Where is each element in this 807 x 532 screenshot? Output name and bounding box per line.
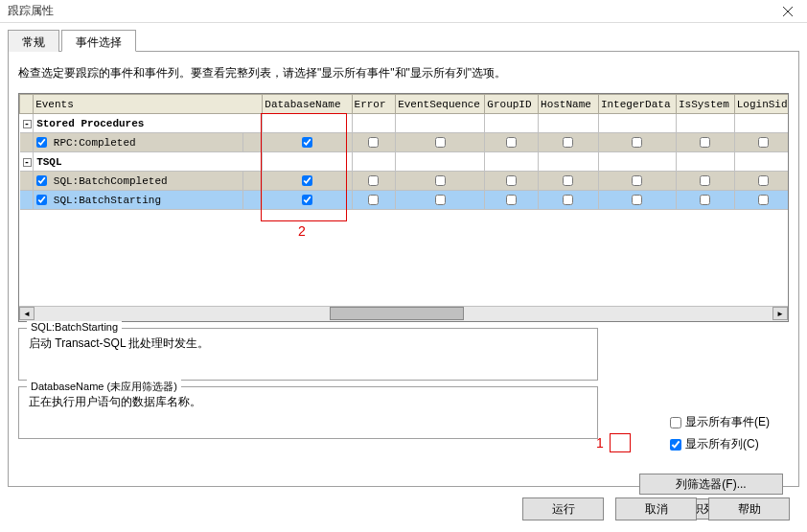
col-loginsid[interactable]: LoginSid xyxy=(734,95,789,114)
horizontal-scrollbar[interactable]: ◄ ► xyxy=(19,306,788,321)
row-checkbox[interactable] xyxy=(36,195,47,205)
cell-checkbox[interactable] xyxy=(563,137,573,148)
collapse-icon[interactable]: - xyxy=(23,120,32,128)
events-grid[interactable]: Events DatabaseName Error EventSequence … xyxy=(18,93,789,322)
cell-checkbox[interactable] xyxy=(700,137,710,148)
scroll-thumb[interactable] xyxy=(330,307,464,320)
group-stored-procedures[interactable]: - Stored Procedures xyxy=(20,114,790,133)
row-batch-completed[interactable]: SQL:BatchCompleted xyxy=(20,172,790,191)
cell-checkbox[interactable] xyxy=(632,195,642,205)
cell-checkbox[interactable] xyxy=(368,137,379,148)
show-all-cols-option[interactable]: 显示所有列(C) xyxy=(670,436,770,452)
help-button[interactable]: 帮助 xyxy=(708,497,790,520)
cell-checkbox[interactable] xyxy=(758,195,769,205)
show-all-events-option[interactable]: 显示所有事件(E) xyxy=(670,414,770,430)
tab-general[interactable]: 常规 xyxy=(8,30,59,52)
event-label: SQL:BatchCompleted xyxy=(54,175,168,187)
tab-panel: 检查选定要跟踪的事件和事件列。要查看完整列表，请选择"显示所有事件"和"显示所有… xyxy=(8,52,799,487)
cancel-button[interactable]: 取消 xyxy=(615,497,697,520)
event-label: SQL:BatchStarting xyxy=(54,195,161,206)
cell-checkbox[interactable] xyxy=(632,137,642,148)
col-integerdata[interactable]: IntegerData xyxy=(598,95,676,114)
group-label: TSQL xyxy=(34,152,263,172)
event-info-desc: 启动 Transact-SQL 批处理时发生。 xyxy=(29,335,588,353)
tab-strip: 常规 事件选择 xyxy=(8,29,799,52)
row-rpc-completed[interactable]: RPC:Completed xyxy=(20,133,790,152)
col-eventsequence[interactable]: EventSequence xyxy=(396,95,485,114)
annotation-label-2: 2 xyxy=(298,223,306,239)
cell-checkbox[interactable] xyxy=(302,175,312,186)
cell-checkbox[interactable] xyxy=(506,195,517,205)
cell-checkbox[interactable] xyxy=(758,175,769,186)
col-hostname[interactable]: HostName xyxy=(539,95,599,114)
show-options: 显示所有事件(E) 显示所有列(C) xyxy=(670,414,770,452)
show-all-events-checkbox[interactable] xyxy=(670,417,681,428)
cell-checkbox[interactable] xyxy=(368,195,379,205)
column-filter-button[interactable]: 列筛选器(F)... xyxy=(639,474,783,495)
group-tsql[interactable]: - TSQL xyxy=(20,152,790,172)
cell-checkbox[interactable] xyxy=(302,195,312,205)
scroll-left-button[interactable]: ◄ xyxy=(19,307,35,320)
close-button[interactable] xyxy=(769,0,807,23)
annotation-box-1 xyxy=(610,433,631,452)
row-checkbox[interactable] xyxy=(36,175,47,186)
cell-checkbox[interactable] xyxy=(435,195,446,205)
cell-checkbox[interactable] xyxy=(435,175,446,186)
cell-checkbox[interactable] xyxy=(563,195,573,205)
event-info-legend: SQL:BatchStarting xyxy=(27,321,122,333)
title-bar: 跟踪属性 xyxy=(0,0,807,23)
show-all-cols-checkbox[interactable] xyxy=(670,439,681,451)
col-events[interactable]: Events xyxy=(34,95,263,114)
row-batch-starting[interactable]: SQL:BatchStarting xyxy=(20,191,790,210)
event-label: RPC:Completed xyxy=(54,137,136,149)
column-info-desc: 正在执行用户语句的数据库名称。 xyxy=(29,393,588,411)
col-groupid[interactable]: GroupID xyxy=(485,95,539,114)
cell-checkbox[interactable] xyxy=(506,137,517,148)
close-icon xyxy=(783,7,793,16)
column-info-legend: DatabaseName (未应用筛选器) xyxy=(27,380,181,394)
run-button[interactable]: 运行 xyxy=(522,497,604,520)
group-label: Stored Procedures xyxy=(34,114,263,133)
cell-checkbox[interactable] xyxy=(506,175,517,186)
col-issystem[interactable]: IsSystem xyxy=(676,95,734,114)
col-error[interactable]: Error xyxy=(352,95,396,114)
cell-checkbox[interactable] xyxy=(368,175,379,186)
window-title: 跟踪属性 xyxy=(8,3,54,19)
cell-checkbox[interactable] xyxy=(302,137,312,148)
tab-events[interactable]: 事件选择 xyxy=(61,30,136,52)
cell-checkbox[interactable] xyxy=(700,175,710,186)
collapse-icon[interactable]: - xyxy=(23,158,32,167)
dialog-buttons: 运行 取消 帮助 xyxy=(522,497,790,520)
cell-checkbox[interactable] xyxy=(758,137,769,148)
row-checkbox[interactable] xyxy=(36,137,47,148)
scroll-right-button[interactable]: ► xyxy=(772,307,788,320)
event-info-box: SQL:BatchStarting 启动 Transact-SQL 批处理时发生… xyxy=(18,328,598,381)
instruction-text: 检查选定要跟踪的事件和事件列。要查看完整列表，请选择"显示所有事件"和"显示所有… xyxy=(18,65,789,81)
cell-checkbox[interactable] xyxy=(632,175,642,186)
col-expand[interactable] xyxy=(20,95,34,114)
cell-checkbox[interactable] xyxy=(435,137,446,148)
header-row: Events DatabaseName Error EventSequence … xyxy=(20,95,790,114)
col-databasename[interactable]: DatabaseName xyxy=(263,95,352,114)
scroll-track[interactable] xyxy=(35,307,772,320)
cell-checkbox[interactable] xyxy=(700,195,710,205)
column-info-box: DatabaseName (未应用筛选器) 正在执行用户语句的数据库名称。 xyxy=(18,386,598,439)
cell-checkbox[interactable] xyxy=(563,175,573,186)
